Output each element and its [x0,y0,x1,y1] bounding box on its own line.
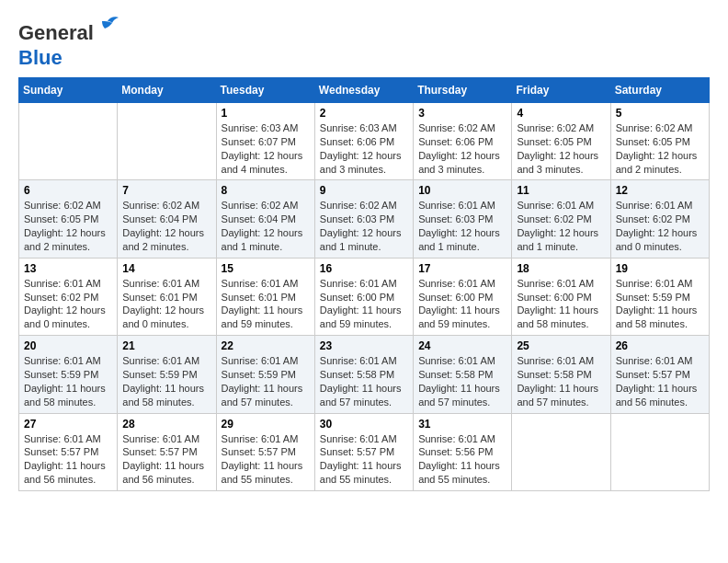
calendar-header-tuesday: Tuesday [216,78,314,103]
cell-content: Sunrise: 6:01 AM Sunset: 5:59 PM Dayligh… [122,354,210,408]
cell-content: Sunrise: 6:02 AM Sunset: 6:04 PM Dayligh… [222,199,310,253]
calendar-cell: 5Sunrise: 6:02 AM Sunset: 6:05 PM Daylig… [610,103,709,180]
day-number: 18 [517,262,605,275]
day-number: 25 [517,339,605,352]
calendar-cell: 24Sunrise: 6:01 AM Sunset: 5:58 PM Dayli… [414,336,512,413]
calendar-header-row: SundayMondayTuesdayWednesdayThursdayFrid… [19,78,710,103]
day-number: 28 [122,418,210,431]
day-number: 11 [517,184,605,197]
day-number: 29 [222,418,310,431]
calendar-cell: 22Sunrise: 6:01 AM Sunset: 5:59 PM Dayli… [216,336,314,413]
cell-content: Sunrise: 6:01 AM Sunset: 5:59 PM Dayligh… [24,354,112,408]
calendar-cell: 15Sunrise: 6:01 AM Sunset: 6:01 PM Dayli… [216,258,314,335]
cell-content: Sunrise: 6:01 AM Sunset: 6:02 PM Dayligh… [517,199,605,253]
calendar-cell: 7Sunrise: 6:02 AM Sunset: 6:04 PM Daylig… [118,180,216,258]
calendar-cell: 16Sunrise: 6:01 AM Sunset: 6:00 PM Dayli… [314,258,413,335]
cell-content: Sunrise: 6:01 AM Sunset: 5:58 PM Dayligh… [320,354,408,408]
day-number: 13 [24,262,112,275]
calendar-cell: 2Sunrise: 6:03 AM Sunset: 6:06 PM Daylig… [314,103,413,180]
day-number: 6 [24,184,112,197]
day-number: 31 [418,418,506,431]
cell-content: Sunrise: 6:02 AM Sunset: 6:04 PM Dayligh… [122,199,210,253]
logo: General Blue [18,18,94,68]
calendar-header-saturday: Saturday [610,78,709,103]
calendar-cell: 26Sunrise: 6:01 AM Sunset: 5:57 PM Dayli… [610,336,709,413]
calendar-cell: 30Sunrise: 6:01 AM Sunset: 5:57 PM Dayli… [314,413,413,490]
calendar-cell: 27Sunrise: 6:01 AM Sunset: 5:57 PM Dayli… [19,413,118,490]
calendar-cell: 6Sunrise: 6:02 AM Sunset: 6:05 PM Daylig… [19,180,118,258]
day-number: 3 [418,107,506,120]
day-number: 22 [222,339,310,352]
calendar-cell: 9Sunrise: 6:02 AM Sunset: 6:03 PM Daylig… [314,180,413,258]
calendar-cell: 20Sunrise: 6:01 AM Sunset: 5:59 PM Dayli… [19,336,118,413]
calendar-cell: 29Sunrise: 6:01 AM Sunset: 5:57 PM Dayli… [216,413,314,490]
calendar-header-sunday: Sunday [19,78,118,103]
calendar-week-4: 20Sunrise: 6:01 AM Sunset: 5:59 PM Dayli… [19,336,710,413]
day-number: 4 [517,107,605,120]
calendar-cell: 31Sunrise: 6:01 AM Sunset: 5:56 PM Dayli… [414,413,512,490]
day-number: 26 [616,339,704,352]
cell-content: Sunrise: 6:01 AM Sunset: 5:58 PM Dayligh… [418,354,506,408]
day-number: 30 [320,418,408,431]
cell-content: Sunrise: 6:02 AM Sunset: 6:06 PM Dayligh… [418,121,506,176]
calendar-header-thursday: Thursday [414,78,512,103]
day-number: 19 [616,262,704,275]
calendar-cell [610,413,709,490]
cell-content: Sunrise: 6:01 AM Sunset: 5:57 PM Dayligh… [24,432,112,487]
cell-content: Sunrise: 6:01 AM Sunset: 5:59 PM Dayligh… [222,354,310,408]
day-number: 12 [616,184,704,197]
calendar-cell: 12Sunrise: 6:01 AM Sunset: 6:02 PM Dayli… [610,180,709,258]
cell-content: Sunrise: 6:01 AM Sunset: 5:59 PM Dayligh… [616,277,704,331]
calendar-week-1: 1Sunrise: 6:03 AM Sunset: 6:07 PM Daylig… [19,103,710,180]
calendar-cell: 1Sunrise: 6:03 AM Sunset: 6:07 PM Daylig… [216,103,314,180]
calendar-cell: 13Sunrise: 6:01 AM Sunset: 6:02 PM Dayli… [19,258,118,335]
calendar-cell: 10Sunrise: 6:01 AM Sunset: 6:03 PM Dayli… [414,180,512,258]
cell-content: Sunrise: 6:02 AM Sunset: 6:03 PM Dayligh… [320,199,408,253]
cell-content: Sunrise: 6:01 AM Sunset: 5:57 PM Dayligh… [222,432,310,487]
cell-content: Sunrise: 6:01 AM Sunset: 6:00 PM Dayligh… [320,277,408,331]
day-number: 14 [122,262,210,275]
cell-content: Sunrise: 6:03 AM Sunset: 6:07 PM Dayligh… [222,121,310,176]
cell-content: Sunrise: 6:01 AM Sunset: 5:57 PM Dayligh… [616,354,704,408]
cell-content: Sunrise: 6:01 AM Sunset: 5:57 PM Dayligh… [122,432,210,487]
cell-content: Sunrise: 6:01 AM Sunset: 5:56 PM Dayligh… [418,432,506,487]
cell-content: Sunrise: 6:01 AM Sunset: 5:58 PM Dayligh… [517,354,605,408]
cell-content: Sunrise: 6:01 AM Sunset: 6:01 PM Dayligh… [222,277,310,331]
day-number: 2 [320,107,408,120]
cell-content: Sunrise: 6:02 AM Sunset: 6:05 PM Dayligh… [24,199,112,253]
day-number: 24 [418,339,506,352]
day-number: 15 [222,262,310,275]
calendar-cell [19,103,118,180]
calendar-cell: 4Sunrise: 6:02 AM Sunset: 6:05 PM Daylig… [512,103,610,180]
day-number: 17 [418,262,506,275]
cell-content: Sunrise: 6:02 AM Sunset: 6:05 PM Dayligh… [616,121,704,176]
cell-content: Sunrise: 6:01 AM Sunset: 6:01 PM Dayligh… [122,277,210,331]
calendar-cell: 19Sunrise: 6:01 AM Sunset: 5:59 PM Dayli… [610,258,709,335]
day-number: 20 [24,339,112,352]
calendar-cell: 25Sunrise: 6:01 AM Sunset: 5:58 PM Dayli… [512,336,610,413]
calendar-cell: 28Sunrise: 6:01 AM Sunset: 5:57 PM Dayli… [118,413,216,490]
calendar-week-3: 13Sunrise: 6:01 AM Sunset: 6:02 PM Dayli… [19,258,710,335]
calendar-cell: 11Sunrise: 6:01 AM Sunset: 6:02 PM Dayli… [512,180,610,258]
day-number: 27 [24,418,112,431]
calendar-header-monday: Monday [118,78,216,103]
calendar-cell: 23Sunrise: 6:01 AM Sunset: 5:58 PM Dayli… [314,336,413,413]
day-number: 10 [418,184,506,197]
calendar-header-wednesday: Wednesday [314,78,413,103]
cell-content: Sunrise: 6:03 AM Sunset: 6:06 PM Dayligh… [320,121,408,176]
calendar-cell: 18Sunrise: 6:01 AM Sunset: 6:00 PM Dayli… [512,258,610,335]
day-number: 5 [616,107,704,120]
page-header: General Blue [18,18,710,68]
calendar-cell [512,413,610,490]
day-number: 8 [222,184,310,197]
cell-content: Sunrise: 6:01 AM Sunset: 6:02 PM Dayligh… [616,199,704,253]
day-number: 1 [222,107,310,120]
calendar-table: SundayMondayTuesdayWednesdayThursdayFrid… [18,77,710,491]
calendar-cell: 8Sunrise: 6:02 AM Sunset: 6:04 PM Daylig… [216,180,314,258]
calendar-cell: 17Sunrise: 6:01 AM Sunset: 6:00 PM Dayli… [414,258,512,335]
cell-content: Sunrise: 6:01 AM Sunset: 6:00 PM Dayligh… [517,277,605,331]
calendar-cell: 3Sunrise: 6:02 AM Sunset: 6:06 PM Daylig… [414,103,512,180]
cell-content: Sunrise: 6:02 AM Sunset: 6:05 PM Dayligh… [517,121,605,176]
cell-content: Sunrise: 6:01 AM Sunset: 6:00 PM Dayligh… [418,277,506,331]
calendar-cell: 21Sunrise: 6:01 AM Sunset: 5:59 PM Dayli… [118,336,216,413]
